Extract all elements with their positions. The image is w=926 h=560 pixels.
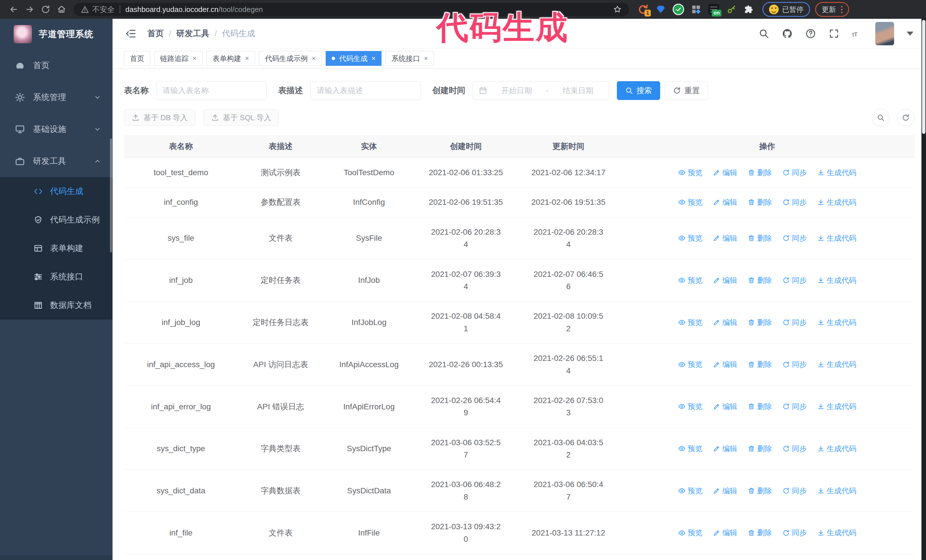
import-db-button[interactable]: 基于 DB 导入	[124, 109, 195, 126]
edit-link[interactable]: 编辑	[713, 527, 737, 538]
sidebar-item-infra[interactable]: 基础设施	[0, 113, 112, 145]
profile-paused-button[interactable]: 已暂停	[763, 2, 810, 17]
sidebar-subitem-form-builder[interactable]: 表单构建	[0, 234, 112, 263]
tag-tracing[interactable]: 链路追踪×	[154, 51, 203, 66]
edit-link[interactable]: 编辑	[713, 359, 737, 370]
generate-code-link[interactable]: 生成代码	[817, 443, 856, 454]
key-extension-icon[interactable]	[725, 3, 737, 15]
gem-extension-icon[interactable]	[655, 3, 667, 15]
close-icon[interactable]: ×	[424, 54, 428, 62]
bookmark-star-icon[interactable]	[613, 5, 622, 14]
breadcrumb-devtools[interactable]: 研发工具	[176, 28, 209, 39]
github-icon[interactable]	[782, 28, 793, 39]
delete-link[interactable]: 删除	[747, 196, 772, 208]
sync-link[interactable]: 同步	[782, 232, 807, 244]
start-date-placeholder[interactable]: 开始日期	[492, 86, 542, 96]
preview-link[interactable]: 预览	[678, 401, 703, 412]
edit-link[interactable]: 编辑	[713, 443, 737, 454]
preview-link[interactable]: 预览	[678, 232, 703, 244]
user-avatar[interactable]	[875, 22, 894, 45]
delete-link[interactable]: 删除	[747, 527, 772, 538]
generate-code-link[interactable]: 生成代码	[817, 275, 856, 286]
browser-forward-button[interactable]	[22, 2, 38, 17]
close-icon[interactable]: ×	[312, 54, 316, 62]
close-icon[interactable]: ×	[245, 54, 249, 62]
scrollbar-thumb[interactable]	[922, 20, 925, 134]
sync-link[interactable]: 同步	[782, 167, 807, 178]
user-menu-caret-icon[interactable]	[906, 32, 914, 36]
sidebar-item-system[interactable]: 系统管理	[0, 82, 112, 113]
browser-update-button[interactable]: 更新	[815, 2, 849, 17]
sync-link[interactable]: 同步	[782, 443, 807, 454]
generate-code-link[interactable]: 生成代码	[817, 317, 856, 328]
preview-link[interactable]: 预览	[678, 359, 703, 370]
generate-code-link[interactable]: 生成代码	[817, 232, 856, 244]
sidebar-subitem-codegen[interactable]: 代码生成	[0, 177, 112, 206]
toggle-search-button[interactable]	[872, 109, 890, 127]
delete-link[interactable]: 删除	[747, 167, 772, 178]
search-button[interactable]: 搜索	[617, 81, 660, 100]
tag-codegen-example[interactable]: 代码生成示例×	[259, 51, 322, 66]
fullscreen-icon[interactable]	[829, 28, 840, 39]
tag-home[interactable]: 首页	[124, 51, 150, 66]
sync-link[interactable]: 同步	[782, 196, 807, 208]
table-desc-input[interactable]	[310, 81, 421, 100]
sidebar-subitem-db-doc[interactable]: 数据库文档	[0, 291, 112, 320]
sync-link[interactable]: 同步	[782, 359, 807, 370]
end-date-placeholder[interactable]: 结束日期	[553, 86, 603, 96]
browser-home-button[interactable]	[54, 2, 70, 17]
generate-code-link[interactable]: 生成代码	[817, 527, 856, 538]
switch-extension-icon[interactable]: on	[708, 3, 720, 15]
sidebar-item-devtools[interactable]: 研发工具	[0, 145, 112, 177]
delete-link[interactable]: 删除	[747, 317, 772, 328]
import-sql-button[interactable]: 基于 SQL 导入	[203, 109, 279, 126]
edit-link[interactable]: 编辑	[713, 401, 737, 412]
edit-link[interactable]: 编辑	[713, 275, 737, 286]
breadcrumb-home[interactable]: 首页	[147, 28, 164, 39]
preview-link[interactable]: 预览	[678, 527, 703, 538]
check-extension-icon[interactable]	[672, 3, 684, 15]
delete-link[interactable]: 删除	[747, 443, 772, 454]
sidebar-scrollbar[interactable]	[110, 139, 112, 252]
grid-extension-icon[interactable]	[690, 3, 702, 15]
extensions-puzzle-icon[interactable]	[743, 3, 755, 15]
help-icon[interactable]	[805, 28, 816, 39]
preview-link[interactable]: 预览	[678, 485, 703, 497]
date-range-picker[interactable]: 开始日期 - 结束日期	[473, 81, 609, 100]
sidebar-subitem-system-api[interactable]: 系统接口	[0, 263, 112, 291]
delete-link[interactable]: 删除	[747, 401, 772, 412]
search-icon[interactable]	[758, 28, 769, 39]
generate-code-link[interactable]: 生成代码	[817, 359, 856, 370]
close-icon[interactable]: ×	[372, 54, 375, 62]
preview-link[interactable]: 预览	[678, 275, 703, 286]
tag-codegen[interactable]: 代码生成×	[326, 51, 381, 66]
browser-menu-icon[interactable]	[841, 6, 843, 13]
table-name-input[interactable]	[156, 81, 267, 100]
preview-link[interactable]: 预览	[678, 443, 703, 454]
sidebar-subitem-codegen-example[interactable]: 代码生成示例	[0, 206, 112, 234]
edit-link[interactable]: 编辑	[713, 167, 737, 178]
edit-link[interactable]: 编辑	[713, 485, 737, 497]
edit-link[interactable]: 编辑	[713, 232, 737, 244]
generate-code-link[interactable]: 生成代码	[817, 167, 856, 178]
browser-back-button[interactable]	[6, 2, 22, 17]
refresh-table-button[interactable]	[897, 109, 915, 127]
preview-link[interactable]: 预览	[678, 196, 703, 208]
delete-link[interactable]: 删除	[747, 232, 772, 244]
preview-link[interactable]: 预览	[678, 167, 703, 178]
sync-link[interactable]: 同步	[782, 275, 807, 286]
sync-link[interactable]: 同步	[782, 485, 807, 497]
sync-link[interactable]: 同步	[782, 317, 807, 328]
edit-link[interactable]: 编辑	[713, 196, 737, 208]
tag-system-api[interactable]: 系统接口×	[386, 51, 434, 66]
refresh-extension-icon[interactable]: 1	[637, 3, 649, 15]
sidebar-item-home[interactable]: 首页	[0, 50, 112, 82]
generate-code-link[interactable]: 生成代码	[817, 196, 856, 208]
edit-link[interactable]: 编辑	[713, 317, 737, 328]
generate-code-link[interactable]: 生成代码	[817, 401, 856, 412]
close-icon[interactable]: ×	[193, 54, 197, 62]
sync-link[interactable]: 同步	[782, 527, 807, 538]
vertical-scrollbar[interactable]	[921, 19, 926, 560]
delete-link[interactable]: 删除	[747, 275, 772, 286]
app-logo-row[interactable]: 芋道管理系统	[0, 19, 112, 50]
